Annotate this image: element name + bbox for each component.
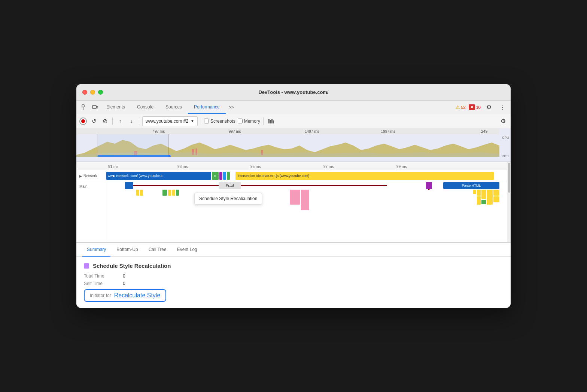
tooltip: Schedule Style Recalculation bbox=[194, 193, 262, 205]
separator-4 bbox=[263, 117, 264, 125]
task-yellow-3[interactable] bbox=[168, 190, 171, 196]
task-yellow-1[interactable] bbox=[136, 190, 139, 196]
tab-call-tree[interactable]: Call Tree bbox=[144, 243, 171, 257]
screenshots-checkbox[interactable] bbox=[204, 119, 209, 123]
maximize-button[interactable] bbox=[98, 90, 103, 95]
network-bar-blue1[interactable] bbox=[223, 172, 226, 180]
network-track-row: ▶ Network ww▶ Network .com/ (www.youtube… bbox=[76, 170, 507, 182]
tab-summary[interactable]: Summary bbox=[82, 243, 110, 257]
main-marker-blue[interactable] bbox=[125, 182, 133, 189]
right-task-1[interactable] bbox=[493, 190, 499, 196]
timeline-arrow-line bbox=[125, 185, 387, 186]
main-thread-content[interactable]: Pr...d ▶ Parse HTML bbox=[106, 182, 507, 242]
pink-block-1[interactable] bbox=[290, 190, 300, 205]
scroll-thumb[interactable] bbox=[508, 163, 510, 193]
task-yellow-2[interactable] bbox=[140, 190, 143, 196]
device-toggle-button[interactable] bbox=[90, 102, 100, 113]
tab-bottom-up[interactable]: Bottom-Up bbox=[112, 243, 142, 257]
tab-more-button[interactable]: >> bbox=[226, 105, 237, 110]
window-title: DevTools - www.youtube.com/ bbox=[258, 89, 328, 95]
error-badge[interactable]: ✕ 10 bbox=[469, 104, 481, 110]
vertical-scrollbar[interactable] bbox=[507, 162, 511, 242]
summary-color-indicator bbox=[84, 263, 89, 269]
separator-2 bbox=[139, 117, 139, 125]
summary-content: Schedule Style Recalculation Total Time … bbox=[76, 257, 511, 308]
right-task-2[interactable] bbox=[493, 196, 499, 202]
right-task-4[interactable] bbox=[481, 190, 486, 199]
network-bar-intersection[interactable]: intersection-observer.min.js (www.youtub… bbox=[235, 172, 494, 180]
overview-panel[interactable]: 497 ms 997 ms 1497 ms 1997 ms 249 bbox=[76, 128, 511, 162]
refresh-record-button[interactable]: ↺ bbox=[89, 117, 98, 126]
task-yellow-4[interactable] bbox=[172, 190, 175, 196]
inspect-button[interactable] bbox=[79, 102, 90, 113]
network-bar-purple[interactable] bbox=[219, 172, 222, 180]
settings-button[interactable]: ⚙ bbox=[484, 102, 494, 113]
network-bar-1[interactable]: ww▶ Network .com/ (www.youtube.c bbox=[106, 172, 211, 180]
right-task-6[interactable] bbox=[477, 196, 481, 205]
record-button[interactable] bbox=[79, 117, 87, 125]
network-bar-green1[interactable] bbox=[227, 172, 230, 180]
url-selector[interactable]: www.youtube.com #2 ▼ bbox=[142, 116, 198, 126]
task-green-1[interactable] bbox=[162, 190, 167, 196]
right-task-green[interactable] bbox=[481, 200, 486, 204]
recalculate-style-link[interactable]: Recalculate Style bbox=[114, 292, 161, 299]
tick-91ms: 91 ms bbox=[108, 165, 118, 169]
selection-end[interactable] bbox=[168, 134, 168, 157]
main-tab-bar: Elements Console Sources Performance >> … bbox=[76, 101, 511, 114]
screenshots-checkbox-group: Screenshots bbox=[204, 119, 235, 124]
prd-task[interactable]: Pr...d bbox=[219, 182, 241, 189]
tab-elements[interactable]: Elements bbox=[100, 101, 131, 114]
right-task-5[interactable] bbox=[477, 190, 481, 196]
more-button[interactable]: ⋮ bbox=[497, 102, 508, 113]
separator-1 bbox=[112, 117, 113, 125]
memory-checkbox-group: Memory bbox=[238, 119, 260, 124]
network-track-label: ▶ Network bbox=[76, 170, 106, 182]
tick-95ms: 95 ms bbox=[250, 165, 261, 169]
style-recalc-marker[interactable] bbox=[426, 182, 432, 189]
upload-button[interactable]: ↑ bbox=[116, 117, 125, 126]
tick-99ms: 99 ms bbox=[396, 165, 407, 169]
right-task-3[interactable] bbox=[487, 190, 493, 205]
warning-badge[interactable]: ⚠ 52 bbox=[456, 104, 466, 110]
ruler-label-1997: 1997 ms bbox=[381, 129, 395, 134]
timeline-ruler: 91 ms 93 ms 95 ms 97 ms 99 ms bbox=[76, 162, 507, 170]
network-bar-k[interactable]: K bbox=[212, 172, 219, 180]
flame-button[interactable] bbox=[267, 117, 276, 126]
minimize-button[interactable] bbox=[90, 90, 95, 95]
svg-rect-2 bbox=[92, 105, 96, 108]
warning-icon: ⚠ bbox=[456, 104, 460, 110]
tab-performance[interactable]: Performance bbox=[188, 101, 226, 114]
tracks-main: 91 ms 93 ms 95 ms 97 ms 99 ms ▶ Network … bbox=[76, 162, 507, 242]
performance-toolbar: ↺ ⊘ ↑ ↓ www.youtube.com #2 ▼ Screenshots… bbox=[76, 114, 511, 128]
ruler-label-249: 249 bbox=[481, 129, 487, 134]
svg-rect-4 bbox=[268, 119, 270, 123]
bottom-tab-bar: Summary Bottom-Up Call Tree Event Log bbox=[76, 243, 511, 257]
pink-block-2[interactable] bbox=[301, 190, 309, 210]
ruler-label-497: 497 ms bbox=[152, 129, 165, 134]
tab-console[interactable]: Console bbox=[131, 101, 159, 114]
memory-checkbox[interactable] bbox=[238, 119, 243, 123]
tick-97ms: 97 ms bbox=[323, 165, 334, 169]
cpu-label: CPU bbox=[502, 136, 509, 140]
download-button[interactable]: ↓ bbox=[127, 117, 136, 126]
right-task-7[interactable] bbox=[473, 190, 476, 194]
svg-rect-5 bbox=[270, 120, 271, 123]
ruler-label-1497: 1497 ms bbox=[305, 129, 319, 134]
initiator-box: Initiator for Recalculate Style bbox=[84, 289, 166, 302]
settings-button-2[interactable]: ⚙ bbox=[499, 117, 508, 126]
devtools-window: DevTools - www.youtube.com/ Elements Con… bbox=[76, 84, 511, 308]
selection-area[interactable] bbox=[97, 134, 168, 157]
svg-rect-7 bbox=[273, 120, 274, 123]
network-expand-icon[interactable]: ▶ bbox=[79, 174, 82, 178]
self-time-row: Self Time 0 bbox=[84, 281, 503, 286]
clear-button[interactable]: ⊘ bbox=[100, 117, 109, 126]
tab-event-log[interactable]: Event Log bbox=[173, 243, 202, 257]
task-green-2[interactable] bbox=[176, 190, 179, 196]
parse-html-task[interactable]: Parse HTML bbox=[443, 182, 499, 189]
traffic-lights bbox=[82, 90, 103, 95]
tab-sources[interactable]: Sources bbox=[159, 101, 188, 114]
overview-ruler: 497 ms 997 ms 1497 ms 1997 ms 249 bbox=[76, 128, 499, 134]
separator-3 bbox=[201, 117, 201, 125]
close-button[interactable] bbox=[82, 90, 87, 95]
dropdown-icon: ▼ bbox=[191, 119, 194, 123]
